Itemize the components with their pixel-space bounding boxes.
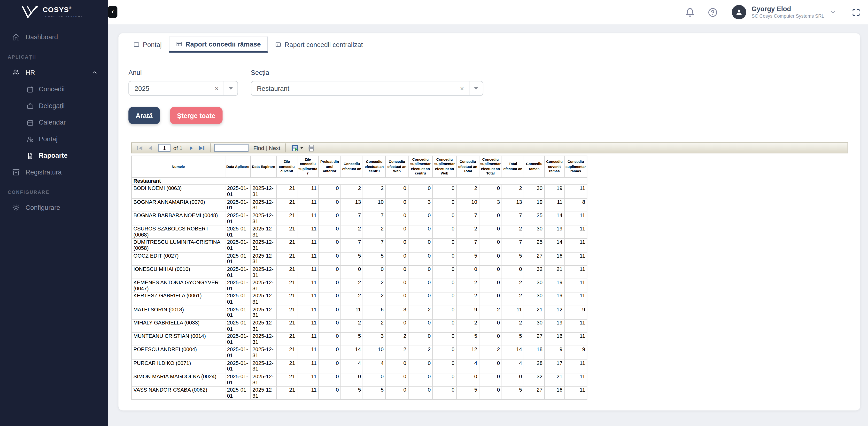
value-cell: 11 bbox=[341, 306, 363, 319]
sidebar-item-label: Pontaj bbox=[39, 135, 58, 143]
value-cell: 2 bbox=[363, 225, 385, 238]
value-cell: 0 bbox=[385, 185, 408, 198]
value-cell: 0 bbox=[408, 333, 433, 346]
value-cell: 2 bbox=[408, 346, 433, 359]
value-cell: 11 bbox=[564, 279, 587, 292]
user-name: Gyorgy Elod bbox=[751, 5, 824, 13]
sidebar-item-label: Rapoarte bbox=[39, 152, 68, 159]
value-cell: 0 bbox=[385, 225, 408, 238]
next-link[interactable]: Next bbox=[269, 145, 280, 151]
value-cell: 0 bbox=[408, 387, 433, 400]
sidebar-item-delegatii[interactable]: Delegații bbox=[0, 97, 108, 114]
print-button[interactable] bbox=[308, 144, 315, 151]
value-cell: 3 bbox=[363, 333, 385, 346]
page-count-label: of 1 bbox=[173, 145, 182, 151]
value-cell: 2 bbox=[502, 185, 524, 198]
column-header: Preluat din anul anterior bbox=[318, 156, 341, 177]
value-cell: 0 bbox=[385, 239, 408, 252]
table-row: BOGNAR ANNAMARIA (0070)2025-01-012025-12… bbox=[131, 199, 587, 212]
value-cell: 11 bbox=[297, 387, 318, 400]
toolbar-separator bbox=[285, 144, 286, 152]
section-select-dropdown[interactable] bbox=[469, 82, 483, 95]
sidebar-item-calendar[interactable]: Calendar bbox=[0, 114, 108, 131]
sidebar-item-pontaj[interactable]: Pontaj bbox=[0, 131, 108, 147]
value-cell: 11 bbox=[297, 225, 318, 238]
export-button[interactable] bbox=[291, 144, 304, 151]
value-cell: 11 bbox=[564, 387, 587, 400]
value-cell: 19 bbox=[524, 199, 545, 212]
value-cell: 0 bbox=[479, 279, 502, 292]
notifications-bell-icon[interactable] bbox=[685, 7, 694, 17]
help-icon[interactable] bbox=[708, 7, 717, 17]
table-row: KEMENES ANTONIA GYONGYVER (0047)2025-01-… bbox=[131, 279, 587, 292]
tab-raport-concedii-centralizat[interactable]: Raport concedii centralizat bbox=[268, 37, 370, 53]
sidebar-collapse-button[interactable]: ‹ bbox=[108, 6, 118, 18]
date-cell: 2025-01-01 bbox=[225, 346, 250, 359]
value-cell: 21 bbox=[277, 279, 297, 292]
value-cell: 21 bbox=[524, 306, 545, 319]
value-cell: 5 bbox=[502, 252, 524, 265]
value-cell: 0 bbox=[318, 387, 341, 400]
table-row: BOGNAR BARBARA NOEMI (0048)2025-01-01202… bbox=[131, 212, 587, 225]
tab-raport-concedii-ramase[interactable]: Raport concedii rămase bbox=[169, 37, 268, 53]
avatar[interactable] bbox=[732, 5, 746, 20]
value-cell: 0 bbox=[385, 212, 408, 225]
chevron-down-icon[interactable] bbox=[830, 9, 836, 16]
first-page-icon bbox=[137, 145, 143, 151]
value-cell: 7 bbox=[502, 212, 524, 225]
next-page-button[interactable] bbox=[188, 145, 194, 151]
tab-pontaj[interactable]: Pontaj bbox=[126, 37, 169, 53]
action-buttons: Arată Șterge toate bbox=[128, 107, 860, 124]
date-cell: 2025-12-31 bbox=[250, 279, 276, 292]
table-row: POPESCU ANDREI (0004)2025-01-012025-12-3… bbox=[131, 346, 587, 359]
main-content: PontajRaport concedii rămaseRaport conce… bbox=[108, 25, 868, 426]
find-link[interactable]: Find bbox=[253, 145, 264, 151]
sidebar-item-hr[interactable]: HR bbox=[0, 64, 108, 81]
show-button[interactable]: Arată bbox=[128, 107, 160, 124]
sidebar-item-concedii[interactable]: Concedii bbox=[0, 81, 108, 98]
column-header: Concediu cuvenit ramas bbox=[545, 156, 564, 177]
sidebar-item-configurare[interactable]: Configurare bbox=[0, 200, 108, 216]
user-menu[interactable]: Gyorgy Elod SC Cosys Computer Systems SR… bbox=[751, 5, 824, 20]
value-cell: 11 bbox=[297, 266, 318, 279]
sidebar-item-registratura[interactable]: Registratură bbox=[0, 164, 108, 181]
year-select-dropdown[interactable] bbox=[223, 82, 237, 95]
value-cell: 2 bbox=[341, 293, 363, 306]
clear-section-icon[interactable]: × bbox=[455, 85, 469, 92]
sidebar-item-rapoarte[interactable]: Rapoarte bbox=[0, 147, 108, 164]
page-number-input[interactable] bbox=[158, 144, 170, 152]
sidebar-item-dashboard[interactable]: Dashboard bbox=[0, 29, 108, 45]
date-cell: 2025-12-31 bbox=[250, 387, 276, 400]
find-input[interactable] bbox=[214, 144, 248, 152]
logo-title: COSYS® bbox=[42, 6, 83, 14]
value-cell: 21 bbox=[277, 266, 297, 279]
previous-page-button[interactable] bbox=[147, 145, 153, 151]
date-cell: 2025-01-01 bbox=[225, 293, 250, 306]
value-cell: 2 bbox=[363, 293, 385, 306]
year-filter-label: Anul bbox=[128, 68, 238, 76]
value-cell: 0 bbox=[479, 252, 502, 265]
clear-year-icon[interactable]: × bbox=[210, 85, 223, 92]
value-cell: 5 bbox=[502, 333, 524, 346]
value-cell: 21 bbox=[277, 239, 297, 252]
value-cell: 5 bbox=[502, 387, 524, 400]
value-cell: 0 bbox=[479, 387, 502, 400]
value-cell: 0 bbox=[385, 319, 408, 332]
employee-name-cell: IONESCU MIHAI (0010) bbox=[131, 266, 225, 279]
value-cell: 0 bbox=[479, 333, 502, 346]
tab-label: Raport concedii centralizat bbox=[285, 41, 363, 49]
value-cell: 2 bbox=[457, 319, 479, 332]
value-cell: 0 bbox=[408, 279, 433, 292]
value-cell: 0 bbox=[433, 239, 456, 252]
value-cell: 11 bbox=[297, 279, 318, 292]
fullscreen-icon[interactable] bbox=[852, 8, 860, 16]
first-page-button[interactable] bbox=[137, 145, 143, 151]
value-cell: 0 bbox=[479, 266, 502, 279]
section-select[interactable]: Restaurant × bbox=[251, 81, 483, 96]
date-cell: 2025-12-31 bbox=[250, 293, 276, 306]
last-page-button[interactable] bbox=[198, 145, 205, 151]
year-select[interactable]: 2025 × bbox=[128, 81, 238, 96]
topbar: Gyorgy Elod SC Cosys Computer Systems SR… bbox=[108, 0, 868, 25]
delete-all-button[interactable]: Șterge toate bbox=[170, 107, 223, 124]
value-cell: 18 bbox=[524, 346, 545, 359]
